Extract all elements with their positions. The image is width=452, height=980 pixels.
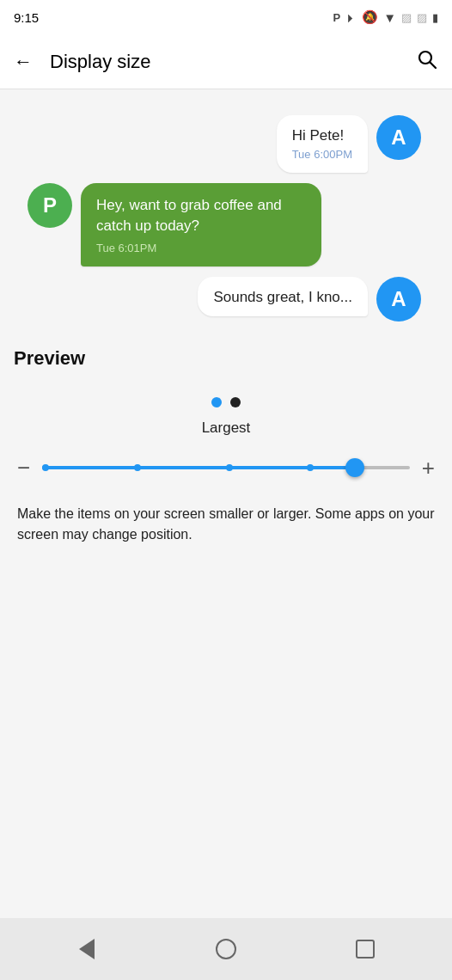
home-nav-icon: [216, 939, 236, 959]
bubble-content-hipete: Hi Pete! Tue 6:00PM: [277, 115, 368, 173]
size-label-section: Largest: [0, 416, 452, 452]
svg-line-1: [431, 62, 437, 68]
bubble-partial-sounds: Sounds great, I kno... A: [22, 277, 430, 322]
description-text: Make the items on your screen smaller or…: [17, 504, 435, 545]
chat-preview-area: Hi Pete! Tue 6:00PM A P Hey, want to gra…: [0, 89, 452, 330]
slider-tick-1: [42, 464, 49, 471]
mute-icon: 🔕: [362, 9, 378, 25]
top-app-bar: ← Display size: [0, 34, 452, 89]
back-nav-icon: [79, 939, 95, 959]
status-time: 9:15: [14, 10, 39, 25]
bubble-text-coffee: Hey, want to grab coffee and catch up to…: [96, 195, 306, 236]
recents-nav-button[interactable]: [344, 928, 387, 971]
avatar-a2: A: [376, 277, 421, 322]
bubble-text-sounds: Sounds great, I kno...: [213, 289, 352, 306]
slider-row: − +: [0, 452, 452, 483]
bubble-time-hipete: Tue 6:00PM: [292, 148, 352, 161]
top-bar-left: ← Display size: [14, 51, 150, 73]
bubble-text-hipete: Hi Pete!: [292, 127, 352, 144]
slider-track[interactable]: [42, 452, 410, 483]
slider-decrease-icon[interactable]: −: [17, 456, 30, 479]
dots-indicator: [0, 370, 452, 416]
bubble-left-coffee: P Hey, want to grab coffee and catch up …: [22, 183, 430, 266]
search-button[interactable]: [416, 48, 438, 76]
home-nav-button[interactable]: [205, 928, 247, 971]
slider-tick-2: [134, 464, 141, 471]
back-nav-button[interactable]: [65, 928, 108, 971]
bubble-content-sounds: Sounds great, I kno...: [198, 277, 368, 316]
wifi-icon: ▼: [383, 10, 396, 25]
battery-icon: ▮: [432, 11, 438, 24]
signal-icon2: ▨: [417, 11, 427, 24]
cast-icon: ⏵: [345, 11, 357, 24]
preview-label: Preview: [14, 347, 85, 369]
bubble-content-coffee: Hey, want to grab coffee and catch up to…: [81, 183, 321, 266]
slider-thumb[interactable]: [345, 458, 364, 477]
parking-icon: P: [333, 11, 340, 24]
slider-tick-4: [307, 464, 314, 471]
dot-1: [211, 397, 222, 407]
status-bar: 9:15 P ⏵ 🔕 ▼ ▨ ▨ ▮: [0, 0, 452, 34]
size-label: Largest: [202, 420, 251, 436]
preview-label-section: Preview: [0, 330, 452, 370]
slider-increase-icon[interactable]: +: [422, 456, 435, 479]
status-icons: P ⏵ 🔕 ▼ ▨ ▨ ▮: [333, 9, 438, 25]
recents-nav-icon: [356, 940, 375, 959]
description-section: Make the items on your screen smaller or…: [0, 504, 452, 545]
chat-container: Hi Pete! Tue 6:00PM A P Hey, want to gra…: [14, 107, 438, 330]
bubble-time-coffee: Tue 6:01PM: [96, 242, 306, 254]
page-title: Display size: [50, 51, 150, 73]
slider-tick-3: [226, 464, 233, 471]
dot-2: [230, 397, 241, 407]
avatar-a: A: [376, 115, 421, 160]
avatar-p: P: [27, 183, 72, 228]
bottom-nav: [0, 918, 452, 980]
back-button[interactable]: ←: [14, 51, 33, 73]
bubble-right-hipete: Hi Pete! Tue 6:00PM A: [22, 115, 430, 173]
signal-icon1: ▨: [401, 11, 412, 24]
